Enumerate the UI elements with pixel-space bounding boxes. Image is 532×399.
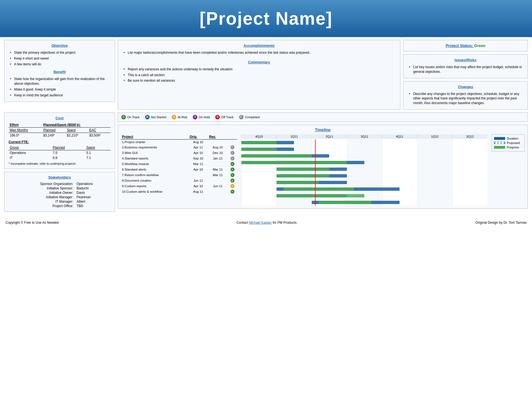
project-row-3: 4.Standard reportsSep 10Jan 12C: [121, 156, 237, 161]
at-risk-icon: A: [172, 115, 176, 119]
gantt-quarters: 4Q101Q112Q113Q114Q111Q122Q12: [241, 134, 487, 139]
changes-list: Describe any changes to the project obje…: [408, 91, 523, 106]
proj-orig-9: Aug 11: [188, 189, 208, 194]
gantt-row-8: [241, 192, 487, 199]
proj-status-8: A: [227, 183, 237, 189]
cost-col-eac: EAC: [88, 127, 111, 133]
footer-contact-link[interactable]: Michael Kaplan: [249, 221, 272, 225]
proj-name-3: 4.Standard reports: [121, 156, 188, 161]
stakeholder-value-3: Pearlman: [75, 195, 111, 199]
proj-orig-5: Apr 10: [188, 167, 208, 172]
cost-panel: Cost Effort Planned/Spent ($000's): Man …: [4, 112, 115, 169]
commentary-list: Report any variances and the actions und…: [122, 66, 396, 84]
objective-item-3: A few items will do: [10, 61, 111, 67]
fte-row-2: IT 6.8 7.1: [9, 155, 111, 160]
proj-status-6: G: [227, 172, 237, 178]
progress-bar-icon: [494, 146, 505, 149]
objective-item-2: Keep it short and sweet: [10, 56, 111, 61]
proj-name-8: 9.Custom reports: [121, 183, 188, 189]
project-row-6: 7.Return confirm workflowMar 11G: [121, 172, 237, 178]
not-started-icon: N: [145, 115, 150, 119]
stakeholders-panel: Stakeholders Sponsor Organization:Operat…: [4, 172, 115, 212]
footer: Copyright © Free to Use As Needed Contac…: [0, 217, 532, 228]
project-row-2: 3.Web GUIApr 10Dec 10C: [121, 150, 237, 156]
proj-name-1: 2.Business requirements: [121, 145, 188, 150]
cost-planned-val: $3,149*: [42, 133, 66, 138]
proj-name-5: 6.Standard alerts: [121, 167, 188, 172]
off-track-label: Off Track: [221, 115, 233, 119]
proj-rev-4: [208, 161, 228, 167]
stakeholder-label-3: Initiative Manager:: [9, 195, 75, 199]
legend-row: G On Track N Not Started A At Risk H On …: [118, 112, 528, 122]
proj-orig-2: Apr 10: [188, 150, 208, 156]
proj-orig-8: Apr 10: [188, 183, 208, 189]
legend-at-risk: A At Risk: [172, 115, 187, 119]
stakeholder-value-4: Albert: [75, 199, 111, 204]
proj-orig-7: Jun 11: [188, 178, 208, 183]
gantt-bar-3: [241, 161, 347, 164]
proj-status-9: G: [227, 189, 237, 194]
proj-name-7: 8.Document creation: [121, 178, 188, 183]
gantt-row-0: [241, 139, 487, 146]
project-row-4: 5.Workflow moduleMar 11G: [121, 161, 237, 167]
project-row-7: 8.Document creationJun 11G: [121, 178, 237, 183]
proj-name-4: 5.Workflow module: [121, 161, 188, 167]
proj-rev-1: Aug 10: [208, 145, 228, 150]
cost-table: Effort Planned/Spent ($000's): Man Month…: [9, 122, 111, 138]
stakeholder-value-1: Baduchi: [75, 186, 111, 191]
stakeholder-label-0: Sponsor Organization:: [9, 182, 75, 186]
issues-risks-panel: Issues/Risks List key issues and/or risk…: [403, 54, 528, 78]
timeline-title: Timeline: [121, 128, 525, 132]
proj-orig-4: Mar 11: [188, 161, 208, 167]
gantt-row-2: [241, 153, 487, 159]
fte-col-spent: Spent: [85, 145, 111, 150]
project-row-8: 9.Custom reportsApr 10Jun 11A: [121, 183, 237, 189]
objective-title: Objective: [9, 43, 111, 48]
cost-col-manmonths: Man Months: [9, 127, 42, 133]
completed-label: Completed: [245, 115, 260, 119]
changes-item-1: Describe any changes to the project obje…: [409, 91, 523, 106]
gantt-quarter-3: 3Q11: [347, 134, 382, 139]
chart-legend-duration: Duration: [494, 137, 522, 140]
progress-label: Progress: [507, 146, 519, 149]
proj-status-2: C: [227, 150, 237, 156]
cost-footnote: * Incomplete estimate, refer to underlyi…: [9, 162, 111, 165]
at-risk-label: At Risk: [178, 115, 187, 119]
proj-orig-0: Aug 10: [188, 139, 208, 145]
proj-rev-0: [208, 139, 228, 145]
proj-status-7: G: [227, 178, 237, 183]
gantt-bar-9: [319, 201, 371, 204]
current-fte-title: Current FTE:: [9, 140, 111, 144]
footer-contact-post: for PM Products.: [272, 221, 298, 225]
proj-rev-5: Mar 11: [208, 167, 228, 172]
proj-rev-6: Mar 11: [208, 172, 228, 178]
proj-name-0: 1.Project charter: [121, 139, 188, 145]
chart-legend-proposed: Proposed: [494, 141, 522, 145]
proj-rev-2: Dec 10: [208, 150, 228, 156]
footer-contact-pre: Contact: [237, 221, 249, 225]
today-line: [315, 139, 316, 206]
not-started-label: Not Started: [151, 115, 167, 119]
project-row-1: 2.Business requirementsApr 11Aug 10C: [121, 145, 237, 150]
proj-name-9: 10.Custom alerts & workflow: [121, 189, 188, 194]
gantt-bars-container: [241, 139, 487, 206]
commentary-item-3: Be sure to mention all variances: [124, 78, 396, 84]
gantt-container: 4Q101Q112Q113Q114Q111Q122Q12: [241, 134, 487, 206]
gantt-bar-6: [277, 181, 319, 184]
stakeholder-label-5: Project Office:: [9, 204, 75, 208]
gantt-bar-0: [241, 141, 277, 144]
proj-status-3: C: [227, 156, 237, 161]
objective-panel: Objective State the primary objectives o…: [4, 40, 115, 102]
duration-bar-icon: [494, 137, 505, 140]
proj-orig-6: [188, 172, 208, 178]
commentary-title: Commentary: [122, 60, 396, 64]
benefit-list: State how the organization will gain fro…: [9, 76, 111, 98]
gantt-quarter-1: 1Q11: [277, 134, 312, 139]
right-column: Project Status: Green Issues/Risks List …: [403, 40, 528, 110]
proj-orig-1: Apr 11: [188, 145, 208, 150]
on-hold-icon: H: [193, 115, 197, 119]
proj-name-6: 7.Return confirm workflow: [121, 172, 188, 178]
gantt-row-1: [241, 146, 487, 153]
cost-manmonths: 166.0*: [9, 133, 42, 138]
changes-title: Changes: [408, 85, 523, 89]
